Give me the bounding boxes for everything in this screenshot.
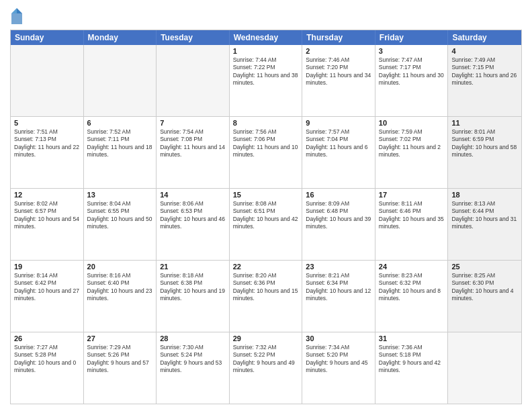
day-number: 1 [233,47,299,55]
header [10,7,522,26]
cal-cell-11: 11Sunrise: 8:01 AM Sunset: 6:59 PM Dayli… [448,117,521,188]
cell-info: Sunrise: 8:23 AM Sunset: 6:32 PM Dayligh… [379,272,445,303]
day-number: 5 [14,119,80,127]
cal-cell-15: 15Sunrise: 8:08 AM Sunset: 6:51 PM Dayli… [230,189,303,260]
cal-week-5: 26Sunrise: 7:27 AM Sunset: 5:28 PM Dayli… [11,332,521,404]
cell-info: Sunrise: 7:34 AM Sunset: 5:20 PM Dayligh… [306,344,371,375]
cal-header-monday: Monday [84,30,157,45]
cal-cell-4: 4Sunrise: 7:49 AM Sunset: 7:15 PM Daylig… [448,45,521,116]
cal-week-3: 12Sunrise: 8:02 AM Sunset: 6:57 PM Dayli… [11,189,521,261]
cell-info: Sunrise: 8:20 AM Sunset: 6:36 PM Dayligh… [233,272,299,303]
calendar-header-row: SundayMondayTuesdayWednesdayThursdayFrid… [11,30,521,45]
cal-cell-17: 17Sunrise: 8:11 AM Sunset: 6:46 PM Dayli… [375,189,449,260]
cal-header-sunday: Sunday [11,30,84,45]
cell-info: Sunrise: 7:51 AM Sunset: 7:13 PM Dayligh… [14,128,80,159]
cal-header-tuesday: Tuesday [157,30,230,45]
cell-info: Sunrise: 8:09 AM Sunset: 6:48 PM Dayligh… [306,200,371,231]
svg-marker-2 [11,8,17,13]
cal-cell-24: 24Sunrise: 8:23 AM Sunset: 6:32 PM Dayli… [375,261,449,332]
cal-week-1: 1Sunrise: 7:44 AM Sunset: 7:22 PM Daylig… [11,45,521,117]
day-number: 7 [160,119,226,127]
cal-cell-empty-0-0 [11,45,84,116]
cal-cell-1: 1Sunrise: 7:44 AM Sunset: 7:22 PM Daylig… [230,45,303,116]
cell-info: Sunrise: 8:08 AM Sunset: 6:51 PM Dayligh… [233,200,299,231]
day-number: 2 [306,47,371,55]
page: SundayMondayTuesdayWednesdayThursdayFrid… [0,0,532,411]
cal-header-saturday: Saturday [448,30,521,45]
cell-info: Sunrise: 8:13 AM Sunset: 6:44 PM Dayligh… [451,200,518,231]
cell-info: Sunrise: 8:25 AM Sunset: 6:30 PM Dayligh… [451,272,518,303]
day-number: 23 [306,263,371,271]
cell-info: Sunrise: 7:36 AM Sunset: 5:18 PM Dayligh… [379,344,445,375]
day-number: 30 [306,334,371,342]
cell-info: Sunrise: 7:30 AM Sunset: 5:24 PM Dayligh… [160,344,226,375]
cell-info: Sunrise: 7:56 AM Sunset: 7:06 PM Dayligh… [233,128,299,159]
cal-cell-empty-4-6 [448,332,521,404]
cal-cell-6: 6Sunrise: 7:52 AM Sunset: 7:11 PM Daylig… [84,117,157,188]
cell-info: Sunrise: 7:27 AM Sunset: 5:28 PM Dayligh… [14,344,80,375]
cal-week-2: 5Sunrise: 7:51 AM Sunset: 7:13 PM Daylig… [11,117,521,189]
cal-cell-28: 28Sunrise: 7:30 AM Sunset: 5:24 PM Dayli… [157,332,230,404]
cell-info: Sunrise: 8:04 AM Sunset: 6:55 PM Dayligh… [87,200,153,231]
day-number: 27 [87,334,153,342]
day-number: 6 [87,119,153,127]
cal-cell-12: 12Sunrise: 8:02 AM Sunset: 6:57 PM Dayli… [11,189,84,260]
cell-info: Sunrise: 8:11 AM Sunset: 6:46 PM Dayligh… [379,200,445,231]
svg-marker-1 [11,13,22,24]
day-number: 26 [14,334,80,342]
day-number: 11 [451,119,518,127]
cell-info: Sunrise: 8:16 AM Sunset: 6:40 PM Dayligh… [87,272,153,303]
cal-cell-30: 30Sunrise: 7:34 AM Sunset: 5:20 PM Dayli… [302,332,375,404]
cal-cell-31: 31Sunrise: 7:36 AM Sunset: 5:18 PM Dayli… [375,332,449,404]
day-number: 13 [87,191,153,199]
day-number: 9 [306,119,371,127]
cell-info: Sunrise: 7:59 AM Sunset: 7:02 PM Dayligh… [379,128,445,159]
svg-marker-0 [17,8,22,13]
day-number: 29 [233,334,299,342]
cell-info: Sunrise: 7:46 AM Sunset: 7:20 PM Dayligh… [306,56,371,87]
day-number: 20 [87,263,153,271]
cal-cell-empty-0-1 [84,45,157,116]
cell-info: Sunrise: 7:52 AM Sunset: 7:11 PM Dayligh… [87,128,153,159]
day-number: 16 [306,191,371,199]
cal-header-wednesday: Wednesday [230,30,303,45]
day-number: 31 [379,334,445,342]
day-number: 19 [14,263,80,271]
day-number: 21 [160,263,226,271]
cell-info: Sunrise: 7:44 AM Sunset: 7:22 PM Dayligh… [233,56,299,87]
day-number: 12 [14,191,80,199]
day-number: 14 [160,191,226,199]
cal-header-friday: Friday [375,30,449,45]
cal-cell-empty-0-2 [157,45,230,116]
cell-info: Sunrise: 7:54 AM Sunset: 7:08 PM Dayligh… [160,128,226,159]
cal-cell-29: 29Sunrise: 7:32 AM Sunset: 5:22 PM Dayli… [230,332,303,404]
cal-cell-27: 27Sunrise: 7:29 AM Sunset: 5:26 PM Dayli… [84,332,157,404]
day-number: 22 [233,263,299,271]
logo-icon [10,7,24,26]
day-number: 3 [379,47,445,55]
day-number: 25 [451,263,518,271]
cal-cell-16: 16Sunrise: 8:09 AM Sunset: 6:48 PM Dayli… [302,189,375,260]
cal-cell-10: 10Sunrise: 7:59 AM Sunset: 7:02 PM Dayli… [375,117,449,188]
day-number: 18 [451,191,518,199]
day-number: 24 [379,263,445,271]
cell-info: Sunrise: 8:01 AM Sunset: 6:59 PM Dayligh… [451,128,518,159]
cal-cell-3: 3Sunrise: 7:47 AM Sunset: 7:17 PM Daylig… [375,45,449,116]
cell-info: Sunrise: 8:18 AM Sunset: 6:38 PM Dayligh… [160,272,226,303]
cal-week-4: 19Sunrise: 8:14 AM Sunset: 6:42 PM Dayli… [11,261,521,332]
cal-cell-19: 19Sunrise: 8:14 AM Sunset: 6:42 PM Dayli… [11,261,84,332]
cal-cell-9: 9Sunrise: 7:57 AM Sunset: 7:04 PM Daylig… [302,117,375,188]
cell-info: Sunrise: 7:32 AM Sunset: 5:22 PM Dayligh… [233,344,299,375]
cell-info: Sunrise: 7:29 AM Sunset: 5:26 PM Dayligh… [87,344,153,375]
cal-cell-14: 14Sunrise: 8:06 AM Sunset: 6:53 PM Dayli… [157,189,230,260]
cal-cell-13: 13Sunrise: 8:04 AM Sunset: 6:55 PM Dayli… [84,189,157,260]
cell-info: Sunrise: 7:57 AM Sunset: 7:04 PM Dayligh… [306,128,371,159]
calendar: SundayMondayTuesdayWednesdayThursdayFrid… [10,30,522,404]
cal-header-thursday: Thursday [302,30,375,45]
cal-cell-25: 25Sunrise: 8:25 AM Sunset: 6:30 PM Dayli… [448,261,521,332]
cal-cell-18: 18Sunrise: 8:13 AM Sunset: 6:44 PM Dayli… [448,189,521,260]
day-number: 4 [451,47,518,55]
cell-info: Sunrise: 7:47 AM Sunset: 7:17 PM Dayligh… [379,56,445,87]
cal-cell-8: 8Sunrise: 7:56 AM Sunset: 7:06 PM Daylig… [230,117,303,188]
cal-cell-23: 23Sunrise: 8:21 AM Sunset: 6:34 PM Dayli… [302,261,375,332]
